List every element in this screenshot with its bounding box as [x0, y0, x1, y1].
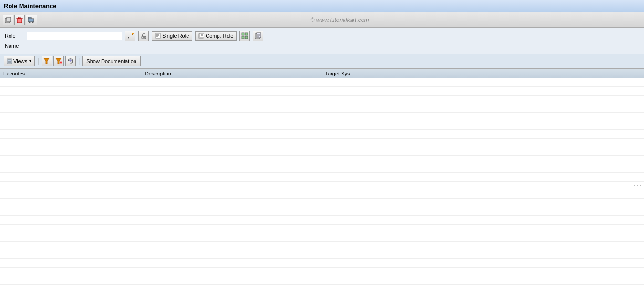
views-label: Views	[13, 58, 27, 64]
main-table: Favorites Description Target Sys	[0, 68, 644, 293]
table-row	[0, 268, 644, 276]
role-row: Role	[5, 31, 639, 41]
table-row	[0, 104, 644, 113]
table-container[interactable]: Favorites Description Target Sys	[0, 68, 644, 301]
svg-point-8	[32, 22, 34, 23]
info-button[interactable]	[239, 31, 250, 41]
filter-icon	[43, 58, 50, 64]
title-bar: Role Maintenance	[0, 0, 644, 12]
delete-button[interactable]	[14, 15, 25, 25]
table-row	[0, 78, 644, 87]
refresh-button[interactable]	[65, 56, 76, 66]
table-row	[0, 199, 644, 207]
show-documentation-button[interactable]: Show Documentation	[82, 56, 141, 66]
auth-icon-button[interactable]	[138, 31, 149, 41]
delete-icon	[16, 17, 23, 23]
info-icon	[241, 32, 248, 39]
comp-role-button[interactable]: Comp. Role	[195, 31, 237, 41]
transport-button[interactable]	[26, 15, 37, 25]
form-area: Role	[0, 28, 644, 54]
show-doc-label: Show Documentation	[86, 58, 136, 64]
table-row	[0, 207, 644, 216]
table-body	[0, 78, 644, 293]
table-row	[0, 285, 644, 293]
table-row	[0, 216, 644, 225]
views-toolbar: Views ▼ | |	[0, 54, 644, 68]
table-row	[0, 147, 644, 156]
col-header-description: Description	[142, 69, 322, 78]
table-row	[0, 276, 644, 285]
name-label: Name	[5, 43, 24, 49]
table-row	[0, 87, 644, 96]
table-row	[0, 259, 644, 268]
single-role-button[interactable]: Single Role	[152, 31, 192, 41]
table-row	[0, 130, 644, 139]
views-button[interactable]: Views ▼	[4, 56, 35, 66]
toolbar-separator-2: |	[78, 57, 80, 65]
page-title: Role Maintenance	[4, 2, 57, 10]
main-toolbar: © www.tutorialkart.com	[0, 12, 644, 28]
svg-point-7	[29, 22, 31, 23]
table-row	[0, 182, 644, 190]
filter2-icon	[55, 58, 62, 64]
resize-handle[interactable]: ⋮	[631, 180, 644, 190]
svg-rect-5	[28, 19, 34, 22]
name-row: Name	[5, 43, 639, 49]
col-header-favorites: Favorites	[0, 69, 142, 78]
copy2-button[interactable]	[253, 31, 263, 41]
filter-button[interactable]	[42, 56, 52, 66]
table-row	[0, 173, 644, 182]
table-row	[0, 225, 644, 233]
svg-rect-22	[242, 36, 244, 39]
table-row	[0, 233, 644, 242]
copy-button[interactable]	[3, 15, 13, 25]
role-input[interactable]	[27, 32, 122, 40]
table-row	[0, 96, 644, 104]
edit-icon-button[interactable]	[125, 31, 135, 41]
table-row	[0, 164, 644, 173]
page-body: Role Maintenance	[0, 0, 644, 301]
single-role-icon	[155, 33, 161, 39]
svg-rect-23	[245, 36, 248, 39]
svg-rect-6	[28, 17, 31, 19]
filter2-button[interactable]	[53, 56, 64, 66]
comp-role-label: Comp. Role	[206, 33, 233, 39]
transport-icon	[28, 17, 35, 23]
col-header-empty	[515, 69, 644, 78]
svg-rect-11	[143, 37, 145, 38]
svg-rect-1	[7, 17, 11, 22]
watermark: © www.tutorialkart.com	[38, 17, 641, 23]
table-row	[0, 156, 644, 164]
refresh-icon	[67, 58, 73, 64]
table-row	[0, 113, 644, 121]
svg-rect-21	[245, 33, 248, 35]
svg-rect-2	[17, 19, 22, 23]
main-content: Favorites Description Target Sys	[0, 68, 644, 301]
table-header-row: Favorites Description Target Sys	[0, 69, 644, 78]
table-row	[0, 242, 644, 250]
role-label: Role	[5, 33, 24, 39]
single-role-label: Single Role	[162, 33, 189, 39]
toolbar-separator-1: |	[37, 57, 39, 65]
svg-rect-38	[70, 60, 72, 62]
svg-rect-20	[242, 33, 244, 35]
auth-icon	[141, 33, 147, 39]
svg-marker-33	[44, 58, 49, 64]
table-row	[0, 250, 644, 259]
copy2-icon	[255, 32, 261, 39]
copy-icon	[5, 17, 11, 23]
table-row	[0, 190, 644, 199]
col-header-target-sys: Target Sys	[322, 69, 515, 78]
table-row	[0, 121, 644, 130]
views-icon	[7, 58, 12, 64]
views-dropdown-arrow: ▼	[28, 59, 32, 63]
comp-role-icon	[198, 33, 204, 39]
edit-icon	[127, 33, 134, 39]
table-row	[0, 139, 644, 147]
